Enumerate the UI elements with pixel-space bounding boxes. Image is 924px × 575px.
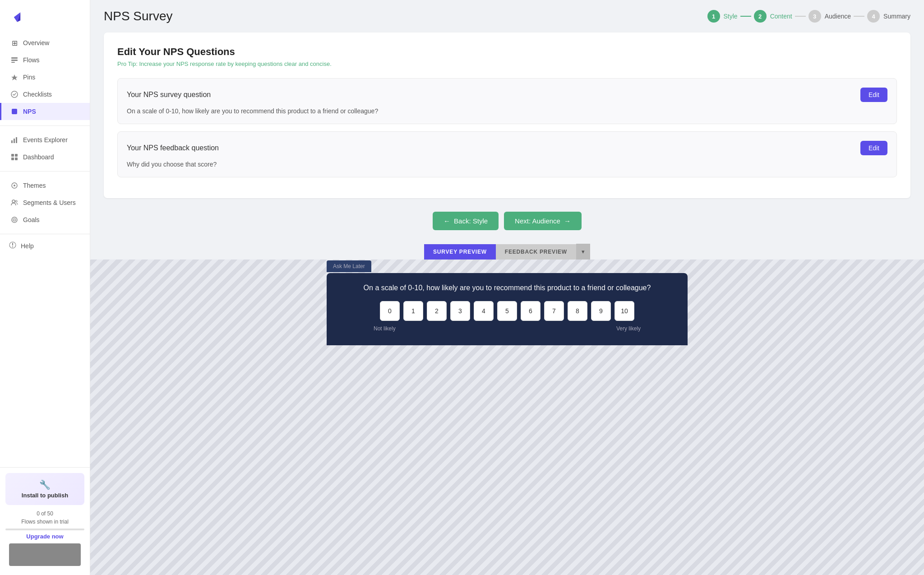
upgrade-link[interactable]: Upgrade now (5, 533, 84, 540)
scale-button-10[interactable]: 10 (614, 301, 634, 321)
scale-button-5[interactable]: 5 (497, 301, 517, 321)
feedback-question-text: Why did you choose that score? (127, 161, 887, 168)
feedback-question-label: Your NPS feedback question (127, 144, 219, 152)
step-1-number: 1 (712, 13, 715, 20)
svg-rect-11 (11, 158, 14, 160)
scale-button-1[interactable]: 1 (403, 301, 423, 321)
step-3-label: Audience (825, 13, 851, 20)
sidebar-item-checklists[interactable]: Checklists (0, 86, 90, 103)
segments-icon (10, 199, 18, 207)
install-label: Install to publish (12, 492, 78, 499)
svg-point-14 (14, 185, 15, 186)
trial-progress-bar (5, 529, 84, 530)
sidebar-item-pins[interactable]: Pins (0, 69, 90, 86)
step-connector-2 (795, 16, 806, 17)
scale-button-2[interactable]: 2 (427, 301, 447, 321)
feedback-question-edit-button[interactable]: Edit (860, 141, 887, 155)
content-area: Edit Your NPS Questions Pro Tip: Increas… (104, 32, 910, 198)
install-icon: 🔧 (12, 479, 78, 490)
scale-button-3[interactable]: 3 (450, 301, 470, 321)
scale-label-high: Very likely (616, 325, 641, 332)
step-2-number: 2 (758, 13, 762, 20)
pro-tip: Pro Tip: Increase your NPS response rate… (117, 60, 897, 67)
step-connector-1 (740, 16, 751, 17)
sidebar-section-main: ⊞ Overview Flows Pins Checklists (0, 32, 90, 122)
scale-button-7[interactable]: 7 (544, 301, 564, 321)
step-1: 1 Style (707, 10, 738, 23)
next-arrow-icon: → (564, 217, 571, 225)
dashboard-icon (10, 153, 18, 161)
svg-rect-12 (15, 158, 18, 160)
sidebar-item-events-explorer[interactable]: Events Explorer (0, 131, 90, 148)
install-card[interactable]: 🔧 Install to publish (5, 473, 84, 505)
app-logo (9, 9, 25, 25)
checklists-icon (10, 90, 18, 98)
step-1-label: Style (724, 13, 738, 20)
step-4: 4 Summary (867, 10, 910, 23)
scale-button-9[interactable]: 9 (591, 301, 611, 321)
goals-icon (10, 216, 18, 224)
pins-icon (10, 73, 18, 81)
sidebar-divider-2 (0, 171, 90, 172)
svg-rect-0 (11, 57, 18, 59)
ask-me-later-button[interactable]: Ask Me Later (327, 260, 371, 272)
preview-dropdown-button[interactable]: ▾ (576, 244, 590, 260)
section-title: Edit Your NPS Questions (117, 46, 897, 58)
survey-question-edit-button[interactable]: Edit (860, 88, 887, 102)
page-title: NPS Survey (104, 9, 173, 23)
themes-icon (10, 181, 18, 190)
sidebar-item-label: Dashboard (23, 153, 54, 161)
step-4-number: 4 (872, 13, 875, 20)
feedback-preview-tab[interactable]: FEEDBACK PREVIEW (496, 244, 576, 260)
step-4-label: Summary (883, 13, 910, 20)
sidebar-item-goals[interactable]: Goals (0, 211, 90, 228)
next-button[interactable]: Next: Audience → (504, 212, 582, 230)
sidebar-item-help[interactable]: Help (0, 238, 90, 254)
scale-labels: Not likely Very likely (372, 325, 642, 332)
sidebar: ⊞ Overview Flows Pins Checklists (0, 0, 90, 575)
flows-icon (10, 56, 18, 64)
sidebar-gray-box (9, 543, 81, 566)
sidebar-nav: ⊞ Overview Flows Pins Checklists (0, 32, 90, 467)
sidebar-item-overview[interactable]: ⊞ Overview (0, 34, 90, 51)
next-button-label: Next: Audience (515, 217, 560, 225)
sidebar-item-dashboard[interactable]: Dashboard (0, 148, 90, 166)
trial-count: 0 of 50 (5, 510, 84, 518)
survey-preview-tab[interactable]: SURVEY PREVIEW (424, 244, 496, 260)
sidebar-item-nps[interactable]: NPS (0, 103, 90, 120)
scale-button-8[interactable]: 8 (568, 301, 587, 321)
nps-scale: 012345678910 (340, 301, 674, 321)
back-button[interactable]: ← Back: Style (433, 212, 499, 230)
sidebar-logo (0, 0, 90, 32)
survey-question-card: Your NPS survey question Edit On a scale… (117, 78, 897, 124)
svg-rect-10 (15, 154, 18, 157)
sidebar-item-themes[interactable]: Themes (0, 177, 90, 194)
trial-info: 0 of 50 Flows shown in trial (5, 510, 84, 526)
sidebar-item-label: Overview (23, 39, 49, 46)
feedback-question-header: Your NPS feedback question Edit (127, 141, 887, 155)
scale-button-4[interactable]: 4 (474, 301, 494, 321)
svg-marker-3 (11, 74, 18, 80)
sidebar-item-label: NPS (23, 108, 36, 115)
sidebar-section-settings: Themes Segments & Users Goals (0, 175, 90, 230)
overview-icon: ⊞ (10, 39, 18, 47)
sidebar-divider-1 (0, 125, 90, 126)
top-area: NPS Survey 1 Style 2 Content (90, 0, 924, 23)
scale-button-0[interactable]: 0 (380, 301, 400, 321)
survey-question-header: Your NPS survey question Edit (127, 88, 887, 102)
svg-point-15 (12, 200, 15, 203)
sidebar-item-label: Themes (23, 182, 46, 189)
svg-rect-1 (11, 60, 18, 61)
nps-icon (10, 107, 18, 116)
nps-widget-question: On a scale of 0-10, how likely are you t… (340, 284, 674, 292)
sidebar-item-segments-users[interactable]: Segments & Users (0, 194, 90, 211)
page-header: NPS Survey 1 Style 2 Content (104, 9, 910, 23)
scale-button-6[interactable]: 6 (521, 301, 541, 321)
step-1-circle: 1 (707, 10, 720, 23)
back-arrow-icon: ← (444, 217, 450, 225)
sidebar-item-flows[interactable]: Flows (0, 51, 90, 69)
step-3-number: 3 (813, 13, 816, 20)
step-connector-3 (854, 16, 864, 17)
nav-buttons: ← Back: Style Next: Audience → (90, 212, 924, 230)
step-3: 3 Audience (808, 10, 851, 23)
